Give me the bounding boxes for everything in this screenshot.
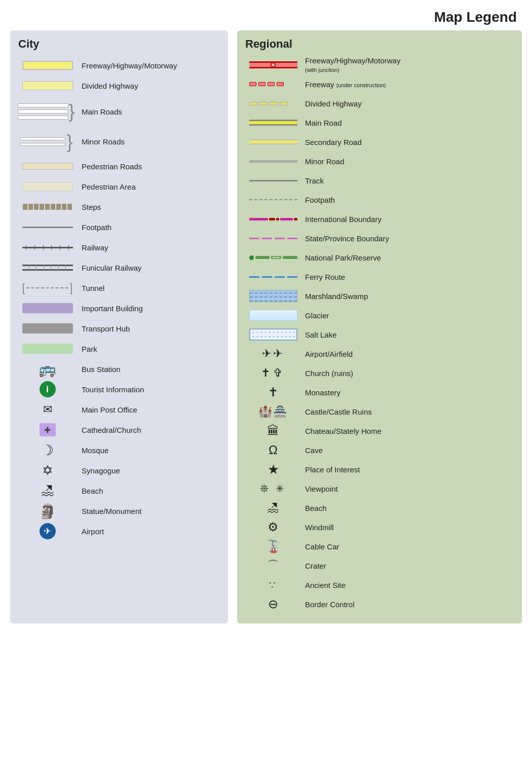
divided-highway-icon — [22, 81, 73, 90]
transport-hub-icon — [22, 323, 73, 334]
city-pedestrian-roads-symbol — [18, 163, 77, 170]
reg-church-symbol: ✝✞ — [245, 366, 301, 380]
city-freeway-symbol — [18, 61, 77, 70]
reg-cablecar-row: 🚡 Cable Car — [245, 537, 514, 556]
reg-freeway-icon — [249, 61, 297, 68]
reg-secondary-road-symbol — [245, 139, 301, 144]
city-mosque-row: ☽ Mosque — [18, 440, 220, 460]
reg-airport-label: Airport/Airfield — [301, 350, 514, 358]
reg-windmill-label: Windmill — [301, 523, 514, 532]
synagogue-icon: ✡ — [42, 463, 53, 478]
minor-roads-brace: } — [66, 133, 72, 151]
city-post-office-row: ✉ Main Post Office — [18, 400, 220, 419]
reg-marsh-icon — [249, 290, 297, 302]
reg-main-road-row: Main Road — [245, 114, 514, 132]
reg-border-icon: ⊖ — [268, 597, 278, 611]
important-building-icon — [22, 303, 73, 313]
city-freeway-row: Freeway/Highway/Motorway — [18, 56, 220, 75]
city-transport-hub-label: Transport Hub — [77, 324, 220, 333]
city-footpath-symbol — [18, 227, 77, 228]
city-tunnel-label: Tunnel — [77, 284, 220, 292]
funicular-icon — [22, 265, 73, 271]
city-airport-icon: ✈ — [40, 523, 56, 539]
reg-state-boundary-row: State/Province Boundary — [245, 229, 514, 247]
city-tunnel-symbol: [ ] — [18, 281, 77, 294]
city-heading: City — [18, 38, 220, 51]
reg-freeway-construction-row: Freeway (under construction) — [245, 75, 514, 93]
freeway-icon — [22, 61, 73, 70]
reg-ancient-label: Ancient Site — [301, 581, 514, 589]
city-freeway-label: Freeway/Highway/Motorway — [77, 61, 220, 70]
city-railway-symbol — [18, 245, 77, 250]
reg-beach-symbol: 🏖 — [245, 501, 301, 515]
city-post-office-label: Main Post Office — [77, 405, 220, 414]
reg-border-label: Border Control — [301, 600, 514, 609]
reg-main-road-symbol — [245, 120, 301, 126]
pedestrian-area-icon — [22, 182, 73, 191]
steps-icon — [23, 204, 72, 210]
tunnel-icon: [ ] — [22, 281, 73, 294]
city-park-symbol — [18, 344, 77, 354]
reg-monastery-label: Monastery — [301, 388, 514, 397]
city-statue-label: Statue/Monument — [77, 507, 220, 515]
reg-natpark-symbol — [245, 255, 301, 260]
city-cathedral-row: ✚ Cathedral/Church — [18, 420, 220, 439]
city-main-roads-symbol: } — [18, 102, 77, 121]
reg-castle-symbol: 🏰🏯 — [245, 405, 301, 418]
tourist-info-icon: i — [40, 381, 56, 397]
city-footpath-label: Footpath — [77, 223, 220, 232]
statue-icon: 🗿 — [39, 503, 56, 520]
city-important-building-symbol — [18, 303, 77, 313]
city-important-building-row: Important Building — [18, 299, 220, 318]
reg-intl-boundary-row: International Boundary — [245, 210, 514, 228]
reg-viewpoint-symbol: ❊ ✳ — [245, 483, 301, 495]
reg-track-row: Track — [245, 171, 514, 190]
reg-cablecar-symbol: 🚡 — [245, 539, 301, 553]
city-synagogue-symbol: ✡ — [18, 463, 77, 478]
city-bus-station-label: Bus Station — [77, 365, 220, 374]
city-synagogue-row: ✡ Synagogue — [18, 461, 220, 480]
reg-intl-boundary-symbol — [245, 218, 301, 220]
reg-airport-row: ✈✈ Airport/Airfield — [245, 345, 514, 363]
city-footpath-row: Footpath — [18, 217, 220, 237]
post-office-icon: ✉ — [43, 403, 52, 416]
park-icon — [22, 344, 73, 354]
city-beach-symbol: 🏖 — [18, 483, 77, 499]
reg-state-boundary-symbol — [245, 238, 301, 239]
reg-marsh-symbol — [245, 290, 301, 302]
main-roads-icon — [18, 103, 68, 120]
city-steps-label: Steps — [77, 203, 220, 211]
reg-windmill-symbol: ⚙ — [245, 520, 301, 534]
city-transport-hub-row: Transport Hub — [18, 319, 220, 338]
reg-footpath-row: Footpath — [245, 191, 514, 209]
city-divided-symbol — [18, 81, 77, 90]
reg-main-road-icon — [249, 120, 297, 126]
reg-marsh-label: Marshland/Swamp — [301, 292, 514, 301]
city-funicular-symbol — [18, 265, 77, 271]
reg-monastery-row: ✝ Monastery — [245, 383, 514, 401]
bus-station-icon: 🚌 — [39, 361, 56, 378]
reg-cave-row: Ω Cave — [245, 441, 514, 459]
city-important-building-label: Important Building — [77, 304, 220, 313]
reg-ferry-icon — [249, 276, 297, 278]
reg-chateau-symbol: 🏛 — [245, 424, 301, 438]
reg-place-interest-label: Place of Interest — [301, 465, 514, 474]
reg-chateau-label: Chateau/Stately Home — [301, 427, 514, 435]
reg-divided-symbol — [245, 102, 301, 105]
reg-beach-icon: 🏖 — [267, 501, 279, 515]
reg-footpath-label: Footpath — [301, 196, 514, 204]
city-cathedral-symbol: ✚ — [18, 423, 77, 436]
footpath-icon — [22, 227, 73, 228]
mosque-icon: ☽ — [41, 442, 54, 459]
city-mosque-symbol: ☽ — [18, 442, 77, 459]
reg-saltlake-label: Salt Lake — [301, 330, 514, 339]
reg-saltlake-symbol — [245, 328, 301, 341]
reg-track-label: Track — [301, 176, 514, 185]
reg-place-interest-symbol: ★ — [245, 462, 301, 477]
reg-border-symbol: ⊖ — [245, 597, 301, 611]
city-funicular-row: Funicular Railway — [18, 258, 220, 277]
city-bus-station-row: 🚌 Bus Station — [18, 359, 220, 379]
reg-freeway-construction-symbol — [245, 82, 301, 86]
reg-crater-symbol: ⌒ — [245, 558, 301, 574]
reg-viewpoint-row: ❊ ✳ Viewpoint — [245, 479, 514, 498]
